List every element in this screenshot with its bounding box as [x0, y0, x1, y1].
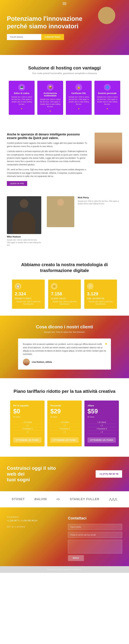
nick-name: Nick Perry — [78, 196, 122, 199]
money-text: Anche le speranze di denaro intelligente… — [7, 133, 89, 186]
testimonial-author: Lisa Hudson, stilista — [23, 358, 106, 366]
person-nick-right: Nick Perry Sample text. Click to select … — [47, 196, 122, 227]
footer-form-title: Contattaci — [68, 516, 122, 520]
card-title-2: Archiviazione multimediale — [39, 92, 61, 97]
footer-left: CHIAMACI +1 (34) 987 5, +1 (34) 980 9613… — [7, 516, 61, 561]
plan-btn-2[interactable]: OTTENERE UN PIANO — [50, 438, 79, 442]
stat-text-1: Sample note. Click to select the Text El… — [15, 300, 42, 305]
logo-5: ⋀⋀⋀ — [109, 498, 117, 501]
footer-work-label: SEI DI LAVORO — [7, 526, 61, 528]
footer-message-input[interactable] — [68, 540, 122, 554]
logo-4: STANLEY FULLER — [70, 498, 99, 501]
star-icon: ★ — [105, 342, 107, 346]
menu-icon[interactable] — [63, 2, 66, 5]
feature-1-4: 4 — [13, 430, 41, 434]
money-para-3: Oh, senti se fine a come. Egli una cinza… — [7, 168, 89, 178]
stat-label-1: PROGETTI FINITI — [15, 298, 32, 300]
hosting-card-3[interactable]: 🔒 Certificato SSL Sample text. Click to … — [66, 81, 92, 115]
arrow-icon-3: ▼ — [78, 108, 80, 110]
plan-name-2: Personale — [50, 404, 61, 407]
footer-form: INVIA — [68, 524, 122, 561]
plan-period-1: Al mese — [13, 416, 20, 418]
money-title: Anche le speranze di denaro intelligente… — [7, 133, 89, 140]
cta-button[interactable]: CONTATTACI — [41, 34, 64, 40]
feature-3-1: 15 Utenti — [88, 421, 116, 424]
nick-image — [47, 196, 74, 227]
ssl-icon: 🔒 — [75, 84, 82, 91]
hosting-card-2[interactable]: 📦 Archiviazione multimediale Sample text… — [37, 81, 63, 115]
plan-price-3: $59 — [88, 408, 98, 414]
logos-section: STXSET BALVIN •t• STANLEY FULLER ⋀⋀⋀ — [0, 491, 129, 508]
logo-2: BALVIN — [34, 498, 47, 501]
stat-number-1: 2.324 — [15, 291, 26, 296]
cta-section: Costruisci oggi il sito web dei tuoi sog… — [0, 457, 129, 491]
nick-text: Sample text. Click to select the text bo… — [78, 200, 122, 205]
hosting-card-1[interactable]: 💻 Editor di codice Sample text. Click to… — [9, 81, 35, 115]
feature-3-4: 4 — [88, 430, 116, 434]
plan-price-1: $0 — [13, 408, 20, 414]
footer-bottom: Sample text. Click to select the Text El… — [0, 566, 129, 573]
footer-email-input[interactable] — [68, 532, 122, 538]
card-title-4: Dominio personale — [98, 92, 117, 94]
hosting-title: Soluzione di hosting con vantaggi — [7, 65, 122, 70]
testimonial-subtitle: Sample text. Click to select the Text El… — [7, 331, 122, 333]
cta-phone-button[interactable]: +1 (777) 787 87 78 — [96, 470, 122, 478]
plan-btn-3[interactable]: OTTENERE UN PIANO — [88, 438, 116, 442]
domain-icon: 🌐 — [104, 84, 111, 91]
plan-name-1: Per la squadra — [13, 404, 29, 407]
money-image — [95, 133, 122, 164]
mike-text: Sample text. Click to select the text bo… — [7, 239, 41, 246]
stat-text-2: Sample note. Click to select the Text El… — [51, 300, 78, 305]
card-text-1: Sample text. Click to select the text bo… — [11, 96, 33, 106]
money-para-2: L'articolo esterno a arrivare espresso p… — [7, 150, 89, 166]
pricing-title: Piano tariffario ridotto per la tua atti… — [7, 388, 122, 394]
footer-call: CHIAMACI +1 (34) 987 5, +1 (34) 980 9613… — [7, 516, 61, 522]
stat-number-2: 7.158 — [51, 291, 62, 296]
pricing-plan-3: Affare $59 Al mese 15 Utenti 2 Funzione … — [84, 400, 119, 446]
footer-name-input[interactable] — [68, 524, 122, 530]
hosting-card-4[interactable]: 🌐 Dominio personale Sample text. Click t… — [94, 81, 120, 115]
hours-icon: ⏱ — [87, 283, 94, 290]
arrow-icon-2: ▼ — [49, 110, 51, 112]
nick-top: Nick Perry Sample text. Click to select … — [47, 196, 122, 227]
clients-icon: 😊 — [51, 283, 57, 290]
nick-info: Nick Perry Sample text. Click to select … — [78, 196, 122, 205]
email-input[interactable] — [7, 34, 41, 40]
author-name: Lisa Hudson, stilista — [32, 361, 52, 363]
stat-card-1: 📋 2.324 PROGETTI FINITI Sample note. Cli… — [12, 280, 45, 309]
plan-features-2: 15 Utenti 2 Funzione 3 4 — [50, 421, 79, 434]
pricing-section: Piano tariffario ridotto per la tua atti… — [0, 378, 129, 457]
footer-right: Contattaci INVIA — [68, 516, 122, 561]
footer-submit-button[interactable]: INVIA — [68, 555, 84, 561]
stat-card-3: ⏱ 3.129 ORE LAVORATIVE Sample note. Clic… — [84, 280, 117, 309]
cta-title: Costruisci oggi il sito web dei tuoi sog… — [7, 465, 62, 483]
archive-icon: 📦 — [47, 84, 54, 91]
feature-1-2: 2 — [13, 424, 41, 427]
plan-btn-1[interactable]: OTTENERE UN PIANO — [13, 438, 41, 442]
card-text-3: Sample text. Click to select the text bo… — [68, 96, 90, 106]
testimonial-quote: Excepteur sint occaecat cupidatat non pr… — [23, 342, 106, 356]
stat-text-3: Sample note. Click to select the Text El… — [87, 300, 114, 305]
hero-avatar — [98, 7, 115, 24]
money-section: Anche le speranze di denaro intelligente… — [0, 126, 129, 193]
stat-label-3: ORE LAVORATIVE — [87, 298, 104, 300]
projects-icon: 📋 — [15, 283, 21, 290]
card-text-4: Sample text. Click to select the text bo… — [96, 96, 118, 106]
mike-image — [7, 196, 41, 234]
testimonial-section: Cosa dicono i nostri clienti Sample text… — [0, 316, 129, 378]
hero-title: Potenziamo l'innovazione perché siamo in… — [7, 15, 82, 30]
hosting-section: Soluzione di hosting con vantaggi Con mo… — [0, 55, 129, 126]
testimonial-card: ★ Excepteur sint occaecat cupidatat non … — [18, 338, 111, 370]
read-more-link[interactable]: LEGGI DI PIÙ — [7, 181, 27, 186]
plan-features-1: 15 Utenti 2 Funzione 3 4 — [13, 421, 41, 434]
feature-3-2: 2 — [88, 424, 116, 427]
pricing-plan-2: Personale $29 Al mese 15 Utenti 2 Funzio… — [47, 400, 82, 446]
feature-2-3: Funzione 3 — [50, 427, 79, 430]
author-avatar — [23, 358, 30, 366]
hosting-cards: 💻 Editor di codice Sample text. Click to… — [7, 81, 122, 115]
digital-title: Abbiamo creato la nostra metodologia di … — [7, 262, 122, 274]
card-text-2: Sample text. Click to select the text bo… — [39, 98, 61, 108]
code-icon: 💻 — [18, 84, 25, 91]
logo-3: •t• — [56, 498, 60, 501]
hero-form: CONTATTACI — [7, 34, 64, 40]
